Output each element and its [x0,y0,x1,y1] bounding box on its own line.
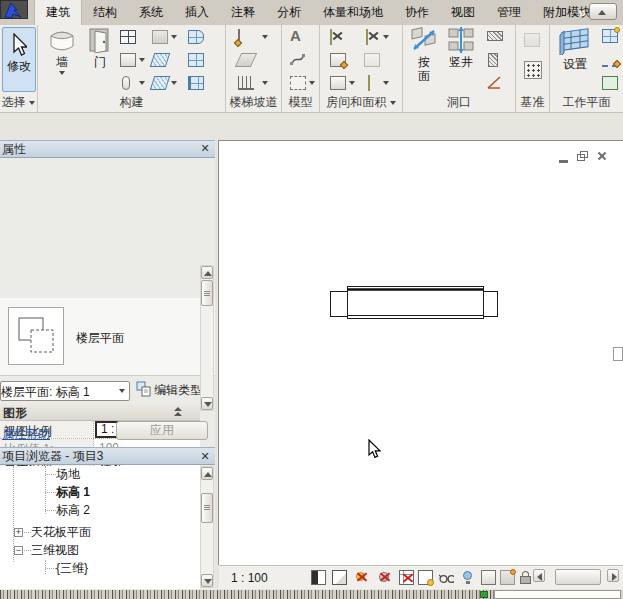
mullion-icon[interactable] [188,76,204,90]
properties-scrollbar[interactable] [200,265,214,411]
group-header-graphics[interactable]: 图形 [0,404,200,421]
tab-massing-site[interactable]: 体量和场地 [312,0,394,25]
crop-view-icon[interactable] [399,570,414,585]
worksharing-display-icon[interactable] [500,570,515,585]
scroll-down-button[interactable] [201,397,213,410]
ref-plane-icon[interactable] [602,53,618,67]
scroll-down-button[interactable] [201,574,213,587]
tab-structure[interactable]: 结构 [82,0,128,25]
tree-item-level1[interactable]: 标高 1 [0,484,200,502]
tree-item-3d-views[interactable]: −三维视图 [0,542,200,560]
dropdown-arrow-icon[interactable] [383,81,389,85]
scroll-right-button[interactable] [607,569,619,582]
collapse-icon[interactable] [174,407,182,417]
viewer-icon[interactable] [602,76,618,90]
temporary-view-properties-icon[interactable] [481,570,496,585]
shadows-icon[interactable] [377,570,392,585]
scroll-up-button[interactable] [201,467,213,480]
close-icon[interactable]: ✕ [199,449,211,463]
browser-scrollbar[interactable] [200,466,214,588]
component-icon[interactable] [120,53,136,67]
app-icon-fragment[interactable] [0,0,28,19]
dropdown-arrow-icon[interactable] [171,81,177,85]
tab-insert[interactable]: 插入 [174,0,220,25]
area-icon[interactable] [366,29,368,45]
panel-label-opening[interactable]: 洞口 [403,94,515,112]
panel-label-stairs[interactable]: 楼梯坡道 [226,94,281,112]
model-line-icon[interactable] [290,52,306,67]
railing-icon[interactable] [238,76,254,90]
collapse-node-icon[interactable]: − [14,546,23,555]
temporary-hide-isolate-icon[interactable] [439,570,454,585]
tab-systems[interactable]: 系统 [128,0,174,25]
dropdown-arrow-icon[interactable] [262,35,268,39]
scrollbar-thumb[interactable] [201,493,213,523]
instance-selector[interactable]: 楼层平面: 标高 1 [0,381,130,401]
visual-style-icon[interactable] [332,570,347,585]
area-tag-icon[interactable] [368,75,370,91]
dropdown-arrow-icon[interactable] [383,35,389,39]
curtain-grid-icon[interactable] [188,53,204,67]
dropdown-arrow-icon[interactable] [349,81,355,85]
apply-button[interactable]: 应用 [116,421,208,440]
workplane-set-button[interactable]: 设置 [554,27,596,93]
column-icon[interactable] [122,76,130,90]
panel-label-room-area[interactable]: 房间和面积 [320,94,402,112]
room-icon[interactable] [330,29,332,45]
tree-item-level2[interactable]: 标高 2 [0,502,200,520]
tab-view[interactable]: 视图 [440,0,486,25]
close-icon[interactable]: ✕ [199,141,211,155]
vertical-opening-icon[interactable] [488,53,498,67]
reveal-constraints-icon[interactable] [519,570,534,585]
panel-label-select[interactable]: 选择 [0,94,37,112]
floor-icon[interactable] [150,76,171,90]
dropdown-arrow-icon[interactable] [171,35,177,39]
hscrollbar-thumb[interactable] [555,569,601,585]
dropdown-arrow-icon[interactable] [309,81,315,85]
stair-icon[interactable] [238,29,240,45]
ramp-icon[interactable] [235,53,258,67]
ribbon-collapse-button[interactable] [589,3,617,20]
drawing-area[interactable] [218,140,623,565]
detail-level-icon[interactable] [311,570,326,585]
modify-button[interactable]: 修改 [2,27,36,92]
expand-icon[interactable]: + [14,528,23,537]
properties-titlebar[interactable]: 属性 ✕ [0,140,215,158]
panel-label-workplane[interactable]: 工作平面 [550,94,623,112]
project-browser-titlebar[interactable]: 项目浏览器 - 项目3 ✕ [0,447,215,465]
tab-analyze[interactable]: 分析 [266,0,312,25]
dropdown-arrow-icon[interactable] [262,81,268,85]
panel-label-model[interactable]: 模型 [282,94,319,112]
scrollbar-thumb[interactable] [201,280,213,306]
dormer-icon[interactable] [487,75,503,90]
curtain-system-icon[interactable] [188,30,204,44]
grid-icon[interactable] [524,61,542,79]
panel-label-datum[interactable]: 基准 [516,94,549,112]
panel-label-build[interactable]: 构建 [38,94,225,112]
wall-button[interactable]: 墙 [44,27,80,93]
scroll-left-button[interactable] [533,569,545,582]
show-crop-region-icon[interactable] [418,570,433,585]
tree-item-ceiling-plans[interactable]: +天花板平面 [0,524,200,542]
tab-overflow-icon[interactable]: » [579,5,585,20]
model-text-icon[interactable]: A [290,28,306,42]
tree-item-3d-view[interactable]: {三维} [0,560,200,578]
type-selector[interactable]: 楼层平面 [0,298,215,376]
dropdown-arrow-icon[interactable] [139,58,145,62]
sun-path-icon[interactable] [354,570,369,585]
scroll-up-button[interactable] [201,266,213,279]
window-icon[interactable] [120,30,136,44]
wall-opening-icon[interactable] [487,31,503,41]
tab-manage[interactable]: 管理 [486,0,532,25]
tab-architecture[interactable]: 建筑 [34,0,82,25]
ceiling-icon[interactable] [150,53,171,67]
room-tag-icon[interactable] [330,76,346,90]
workplane-show-icon[interactable] [602,29,618,43]
tab-collaborate[interactable]: 协作 [394,0,440,25]
properties-help-link[interactable]: 属性帮助 [2,426,50,443]
wall-geometry[interactable] [219,141,623,565]
room-separator-icon[interactable] [330,53,346,67]
reveal-hidden-icon[interactable] [460,570,475,585]
tab-annotate[interactable]: 注释 [220,0,266,25]
roof-icon[interactable] [152,30,168,44]
